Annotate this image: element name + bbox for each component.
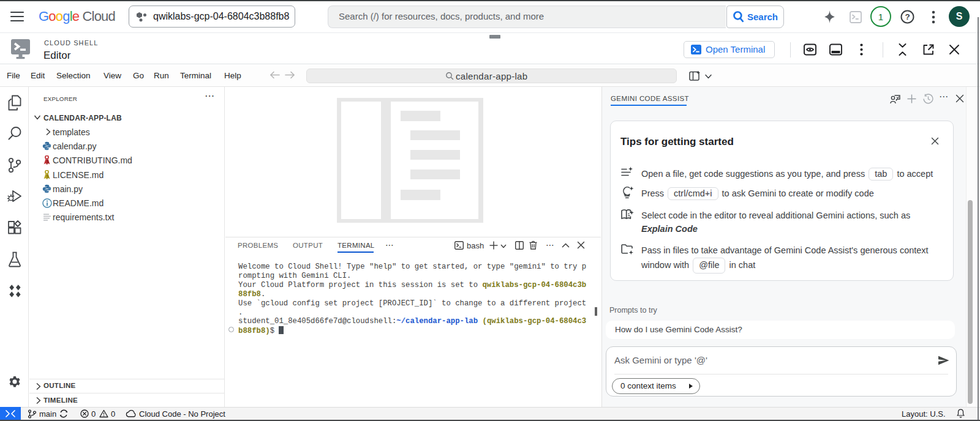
svg-text:?: ?	[905, 12, 910, 21]
